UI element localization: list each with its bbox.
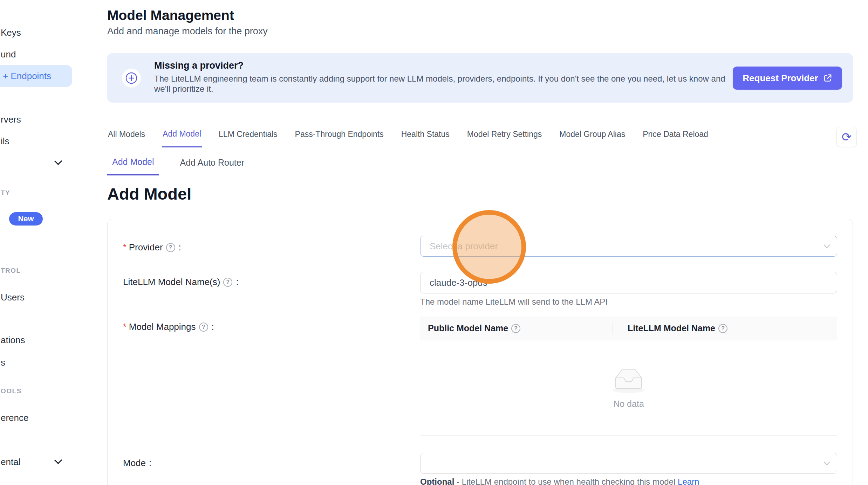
page-subtitle: Add and manage models for the proxy xyxy=(107,26,268,37)
sidebar-section-header: TY xyxy=(1,189,10,197)
chevron-down-icon[interactable] xyxy=(54,157,62,165)
sidebar-item-keys[interactable]: Keys xyxy=(1,27,21,38)
label-colon: : xyxy=(212,321,214,332)
sidebar-item-servers[interactable]: rvers xyxy=(1,114,21,125)
mode-select[interactable] xyxy=(420,453,837,474)
add-model-heading: Add Model xyxy=(107,184,191,203)
column-divider xyxy=(613,323,613,334)
optional-text: - LiteLLM endpoint to use when health ch… xyxy=(454,477,678,485)
add-model-subtabs: Add Model Add Auto Router xyxy=(107,153,853,175)
sidebar-item-inference[interactable]: erence xyxy=(1,413,29,423)
required-mark: * xyxy=(123,322,127,332)
help-icon[interactable]: ? xyxy=(223,278,232,287)
label-colon: : xyxy=(149,458,151,469)
label-colon: : xyxy=(179,242,181,253)
sidebar-item-guardrails[interactable]: ils xyxy=(1,136,9,147)
tab-health-status[interactable]: Health Status xyxy=(401,130,450,147)
required-mark: * xyxy=(123,242,127,252)
help-icon[interactable]: ? xyxy=(511,324,520,333)
missing-provider-banner: Missing a provider? The LiteLLM engineer… xyxy=(107,53,853,103)
empty-inbox-icon xyxy=(611,367,646,394)
chevron-down-icon xyxy=(823,242,830,248)
banner-body-line2: we'll prioritize it. xyxy=(154,84,725,94)
request-provider-label: Request Provider xyxy=(743,73,818,84)
tab-model-retry-settings[interactable]: Model Retry Settings xyxy=(466,130,542,147)
tab-price-data-reload[interactable]: Price Data Reload xyxy=(642,130,709,147)
sidebar-item-label: + Endpoints xyxy=(3,71,51,82)
help-icon[interactable]: ? xyxy=(718,324,727,333)
help-icon[interactable]: ? xyxy=(199,323,208,332)
tab-model-group-alias[interactable]: Model Group Alias xyxy=(559,130,626,147)
banner-title: Missing a provider? xyxy=(154,60,244,71)
model-name-label: LiteLLM Model Name(s) ? : xyxy=(123,277,239,287)
tab-llm-credentials[interactable]: LLM Credentials xyxy=(218,130,278,147)
label-colon: : xyxy=(236,277,238,287)
model-mappings-label: * Model Mappings ? : xyxy=(123,321,214,332)
mode-label: Mode : xyxy=(123,458,151,469)
column-header-label: LiteLLM Model Name xyxy=(628,323,715,333)
provider-select-placeholder: Select a provider xyxy=(430,241,498,252)
mode-helper: Optional - LiteLLM endpoint to use when … xyxy=(420,477,699,485)
sidebar-item-teams[interactable]: s xyxy=(1,357,5,368)
sidebar-item-playground[interactable]: und xyxy=(1,49,16,60)
learn-link[interactable]: Learn xyxy=(678,477,699,485)
refresh-button[interactable]: ⟳ xyxy=(836,127,857,147)
column-header-litellm-model-name: LiteLLM Model Name ? xyxy=(628,323,730,333)
subtab-add-model[interactable]: Add Model xyxy=(107,157,159,175)
add-model-form-card: * Provider ? : Select a provider LiteLLM… xyxy=(107,219,853,485)
provider-label-text: Provider xyxy=(129,242,163,253)
model-mappings-label-text: Model Mappings xyxy=(129,321,196,332)
optional-prefix: Optional xyxy=(420,477,454,485)
sidebar: Keys und + Endpoints rvers ils TY New TR… xyxy=(0,0,81,485)
provider-select[interactable]: Select a provider xyxy=(420,236,837,257)
model-name-input[interactable] xyxy=(420,272,837,293)
table-empty-state: No data xyxy=(420,340,837,436)
sidebar-section-header: TROL xyxy=(1,267,21,275)
chevron-down-icon[interactable] xyxy=(54,456,62,464)
sidebar-item-organizations[interactable]: ations xyxy=(1,335,25,346)
model-name-helper: The model name LiteLLM will send to the … xyxy=(420,297,608,307)
provider-label: * Provider ? : xyxy=(123,242,181,253)
sidebar-item-models-endpoints[interactable]: + Endpoints xyxy=(0,65,72,87)
new-badge[interactable]: New xyxy=(9,212,43,226)
external-link-icon xyxy=(823,74,832,83)
column-header-public-model-name: Public Model Name ? xyxy=(428,323,613,333)
sidebar-section-header: OOLS xyxy=(1,387,22,395)
banner-body-line1: The LiteLLM engineering team is constant… xyxy=(154,74,725,84)
subtab-add-auto-router[interactable]: Add Auto Router xyxy=(175,158,249,175)
refresh-icon: ⟳ xyxy=(842,131,852,143)
column-header-label: Public Model Name xyxy=(428,323,508,333)
help-icon[interactable]: ? xyxy=(166,243,175,252)
mode-label-text: Mode xyxy=(123,458,146,469)
banner-body: The LiteLLM engineering team is constant… xyxy=(154,74,725,94)
chevron-down-icon xyxy=(823,459,830,465)
no-data-text: No data xyxy=(613,399,644,409)
tab-all-models[interactable]: All Models xyxy=(107,130,146,147)
model-mappings-table: Public Model Name ? LiteLLM Model Name ?… xyxy=(420,317,837,436)
table-header-row: Public Model Name ? LiteLLM Model Name ? xyxy=(420,317,837,340)
sidebar-item-experimental[interactable]: ental xyxy=(1,457,20,467)
request-provider-button[interactable]: Request Provider xyxy=(733,67,842,90)
plus-circle-icon xyxy=(122,69,141,88)
tab-add-model[interactable]: Add Model xyxy=(162,129,202,147)
tab-pass-through-endpoints[interactable]: Pass-Through Endpoints xyxy=(294,130,384,147)
page-title: Model Management xyxy=(107,8,234,23)
model-tabs: All Models Add Model LLM Credentials Pas… xyxy=(107,126,853,147)
model-name-label-text: LiteLLM Model Name(s) xyxy=(123,277,220,287)
sidebar-item-users[interactable]: Users xyxy=(1,292,25,303)
